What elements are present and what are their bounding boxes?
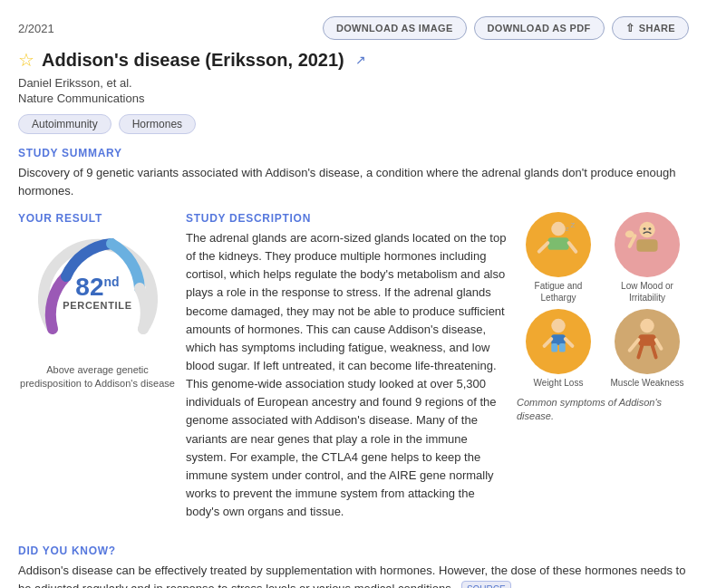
svg-point-12 [551, 319, 565, 333]
muscle-illustration [621, 315, 673, 368]
svg-line-23 [653, 346, 656, 358]
tag-autoimmunity[interactable]: Autoimmunity [18, 114, 111, 134]
gauge-text: 82nd PERCENTILE [63, 275, 131, 311]
symptom-muscle-circle [615, 309, 680, 374]
study-desc-label: STUDY DESCRIPTION [186, 212, 508, 225]
svg-rect-1 [547, 237, 568, 250]
pagination: 2/2021 [18, 22, 54, 35]
svg-rect-9 [636, 239, 657, 252]
title-row: ☆ Addison's disease (Eriksson, 2021) ↗ [18, 49, 689, 71]
svg-point-18 [640, 319, 654, 333]
symptoms-column: z z Fatigue and Lethargy [517, 212, 689, 530]
share-icon: ⇧ [625, 22, 634, 34]
svg-point-0 [551, 222, 565, 236]
symptoms-grid: z z Fatigue and Lethargy [517, 212, 689, 389]
top-bar: 2/2021 DOWNLOAD AS IMAGE DOWNLOAD AS PDF… [18, 16, 689, 40]
svg-point-8 [648, 227, 651, 230]
svg-line-2 [539, 243, 548, 252]
svg-line-20 [630, 340, 639, 351]
source-tag[interactable]: SOURCE [461, 581, 511, 588]
did-you-know-label: DID YOU KNOW? [18, 545, 689, 557]
fatigue-illustration: z z [532, 218, 585, 271]
weight-illustration [532, 315, 585, 368]
mood-illustration [621, 218, 673, 271]
study-summary-text: Discovery of 9 genetic variants associat… [18, 164, 689, 199]
gauge-suffix: nd [104, 275, 120, 289]
tags-row: Autoimmunity Hormones [18, 114, 689, 134]
your-result-label: YOUR RESULT [18, 212, 177, 225]
gauge-number: 82 [75, 275, 103, 300]
symptom-fatigue: z z Fatigue and Lethargy [517, 212, 600, 304]
svg-line-22 [638, 346, 642, 358]
share-button[interactable]: ⇧ SHARE [612, 16, 690, 40]
symptom-mood: Low Mood or Irritability [605, 212, 689, 304]
svg-point-6 [639, 222, 654, 237]
symptom-mood-label: Low Mood or Irritability [605, 280, 689, 304]
gauge-container: 82nd PERCENTILE [34, 229, 161, 356]
svg-line-17 [566, 339, 573, 346]
did-you-know-text: Addison's disease can be effectively tre… [18, 562, 689, 588]
svg-text:z: z [571, 219, 576, 229]
did-you-know-section: DID YOU KNOW? Addison's disease can be e… [18, 545, 689, 588]
study-desc-text: The adrenal glands are acorn-sized gland… [186, 229, 508, 521]
symptom-muscle-label: Muscle Weakness [611, 377, 684, 389]
svg-point-11 [625, 231, 634, 238]
paper-title: Addison's disease (Eriksson, 2021) [42, 50, 344, 71]
symptom-fatigue-circle: z z [526, 212, 591, 277]
download-image-button[interactable]: DOWNLOAD AS IMAGE [323, 16, 467, 40]
journal-line: Nature Communications [18, 92, 689, 105]
svg-line-3 [569, 243, 576, 252]
author-line: Daniel Eriksson, et al. [18, 76, 689, 90]
result-caption: Above average genetic predisposition to … [18, 363, 177, 391]
gauge-percentile-label: PERCENTILE [63, 300, 131, 311]
symptom-fatigue-label: Fatigue and Lethargy [517, 280, 600, 304]
svg-line-21 [656, 340, 662, 349]
study-summary-label: STUDY SUMMARY [18, 147, 689, 159]
svg-point-7 [644, 227, 646, 230]
tag-hormones[interactable]: Hormones [119, 114, 196, 134]
download-pdf-button[interactable]: DOWNLOAD AS PDF [474, 16, 605, 40]
external-link-icon[interactable]: ↗ [355, 53, 366, 67]
your-result-column: YOUR RESULT 82nd PERCENTILE [18, 212, 186, 530]
symptoms-caption: Common symptoms of Addison's disease. [517, 396, 689, 424]
study-description-column: STUDY DESCRIPTION The adrenal glands are… [186, 212, 517, 530]
svg-rect-15 [559, 343, 566, 352]
svg-rect-19 [638, 334, 655, 346]
symptom-weight: Weight Loss [517, 309, 600, 389]
top-bar-buttons: DOWNLOAD AS IMAGE DOWNLOAD AS PDF ⇧ SHAR… [323, 16, 689, 40]
symptom-weight-circle [526, 309, 591, 374]
svg-line-16 [545, 339, 552, 346]
symptom-muscle: Muscle Weakness [605, 309, 689, 389]
svg-rect-14 [551, 343, 557, 352]
symptom-weight-label: Weight Loss [534, 377, 584, 389]
svg-text:z: z [566, 225, 569, 233]
star-icon[interactable]: ☆ [18, 49, 34, 71]
content-row: YOUR RESULT 82nd PERCENTILE [18, 212, 689, 530]
symptom-mood-circle [615, 212, 680, 277]
